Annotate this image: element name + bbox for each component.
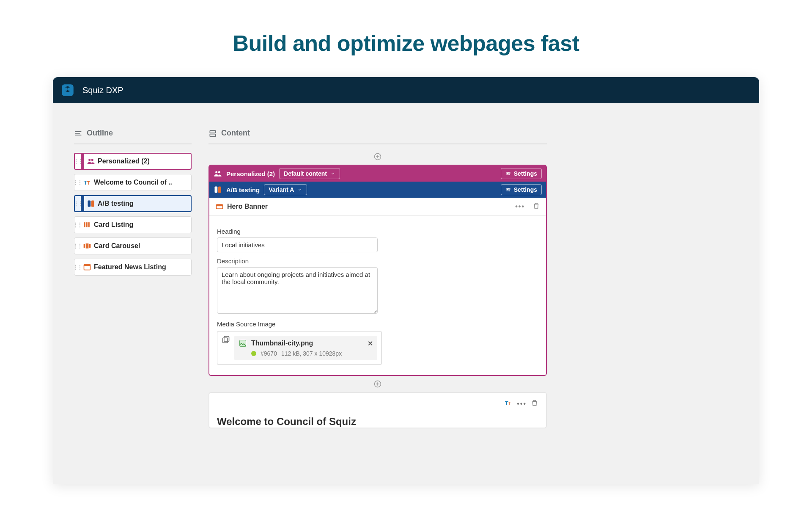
outline-item-label: Card Carousel [91,238,140,254]
description-textarea[interactable]: Learn about ongoing projects and initiat… [217,267,378,314]
split-icon [214,185,222,194]
split-icon [84,196,95,211]
outline-item-welcome[interactable]: ⋮⋮ TT Welcome to Council of … [74,174,192,191]
outline-item-personalized[interactable]: ⋮⋮ Personalized (2) [74,153,192,170]
outline-item-card-listing[interactable]: ⋮⋮ Card Listing [74,216,192,233]
drag-handle-icon[interactable]: ⋮⋮ [74,238,80,254]
app-titlebar: Squiz DXP [53,77,759,103]
abtest-variant-dropdown[interactable]: Variant A [264,184,307,195]
svg-point-17 [507,173,508,174]
outline-item-label: Personalized (2) [95,154,150,169]
dropdown-label: Default content [284,170,327,177]
personalized-bar: Personalized (2) Default content Setting… [209,166,546,182]
svg-rect-7 [88,222,90,227]
svg-rect-26 [223,338,228,343]
svg-text:T: T [508,401,511,406]
media-source-box: Thumbnail-city.png ✕ #9670 112 kB, 307 x… [217,331,382,365]
svg-rect-19 [215,187,218,193]
svg-text:T: T [87,181,90,185]
news-icon [80,259,91,275]
svg-rect-9 [86,243,89,248]
svg-point-23 [509,190,510,191]
svg-text:T: T [505,400,508,406]
drag-handle-icon[interactable]: ⋮⋮ [74,174,80,190]
drag-handle-icon[interactable]: ⋮⋮ [75,196,81,211]
drag-handle-icon[interactable]: ⋮⋮ [74,217,80,233]
personalized-dropdown[interactable]: Default content [279,168,340,179]
content-icon [208,129,217,138]
marketing-heading: Build and optimize webpages fast [0,0,812,77]
outline-item-label: A/B testing [95,196,133,211]
text-icon: TT [504,399,513,409]
svg-rect-28 [240,340,246,347]
svg-point-21 [508,188,509,189]
add-block-button-top[interactable] [208,153,547,160]
svg-rect-10 [89,244,91,248]
svg-point-16 [508,172,509,173]
outline-icon [74,129,82,138]
svg-rect-5 [84,222,85,227]
editor-panel: Personalized (2) Default content Setting… [208,165,547,376]
svg-rect-20 [218,187,221,193]
settings-label: Settings [514,186,537,193]
outline-accent [81,154,84,169]
drag-handle-icon[interactable]: ⋮⋮ [75,154,81,169]
svg-rect-6 [86,222,88,227]
content-header-label: Content [221,129,250,138]
svg-rect-25 [217,204,223,206]
heading-field-label: Heading [217,228,538,235]
outline-item-label: Card Listing [91,217,133,233]
more-menu-button[interactable]: ••• [517,400,527,408]
outline-header-label: Outline [87,129,113,138]
heading-input[interactable] [217,237,378,252]
svg-rect-13 [210,130,215,133]
media-id: #9670 [261,350,277,357]
outline-item-card-carousel[interactable]: ⋮⋮ Card Carousel [74,237,192,254]
content-header: Content [208,129,547,144]
cards-icon [80,217,91,233]
svg-rect-4 [91,201,94,207]
chevron-down-icon [297,187,302,192]
media-library-icon[interactable] [222,336,234,360]
more-menu-button[interactable]: ••• [515,203,525,210]
delete-button[interactable] [531,399,538,409]
carousel-icon [80,238,91,254]
svg-rect-27 [224,337,229,342]
abtest-bar: A/B testing Variant A Settings [209,182,546,198]
svg-rect-3 [88,201,91,207]
delete-button[interactable] [532,202,540,211]
drag-handle-icon[interactable]: ⋮⋮ [74,259,80,275]
description-field-label: Description [217,257,538,265]
outline-item-featured-news[interactable]: ⋮⋮ Featured News Listing [74,259,192,276]
media-filename: Thumbnail-city.png [251,340,313,347]
app-window: Squiz DXP Outline ⋮⋮ Personalized (2) [53,77,759,484]
media-field-label: Media Source Image [217,320,538,328]
next-block-panel: TT ••• Welcome to Council of Squiz [208,392,547,428]
content-column: Content Personalized (2) Default content [208,129,547,484]
outline-accent [81,196,84,211]
outline-header: Outline [74,129,192,144]
sliders-icon [505,187,511,193]
personalized-label: Personalized (2) [226,170,275,177]
personalized-settings-button[interactable]: Settings [501,168,542,179]
remove-media-button[interactable]: ✕ [368,340,373,348]
status-dot-icon [251,351,256,356]
svg-rect-8 [84,244,85,248]
sliders-icon [505,171,511,177]
add-block-button-bottom[interactable] [208,380,547,388]
component-header: Hero Banner ••• [209,198,546,216]
outline-item-ab-testing[interactable]: ⋮⋮ A/B testing [74,195,192,212]
people-icon [84,154,95,169]
outline-column: Outline ⋮⋮ Personalized (2) ⋮⋮ TT [74,129,192,484]
component-form: Heading Description Learn about ongoing … [209,216,546,375]
next-block-title: Welcome to Council of Squiz [217,409,538,428]
abtest-settings-button[interactable]: Settings [501,184,542,195]
app-logo-icon [60,83,75,97]
component-name: Hero Banner [227,203,268,210]
image-thumb-icon [239,339,247,348]
hero-banner-icon [215,202,224,211]
dropdown-label: Variant A [269,186,294,193]
outline-item-label: Featured News Listing [91,259,166,275]
trash-icon [532,202,540,210]
chevron-down-icon [330,171,335,176]
